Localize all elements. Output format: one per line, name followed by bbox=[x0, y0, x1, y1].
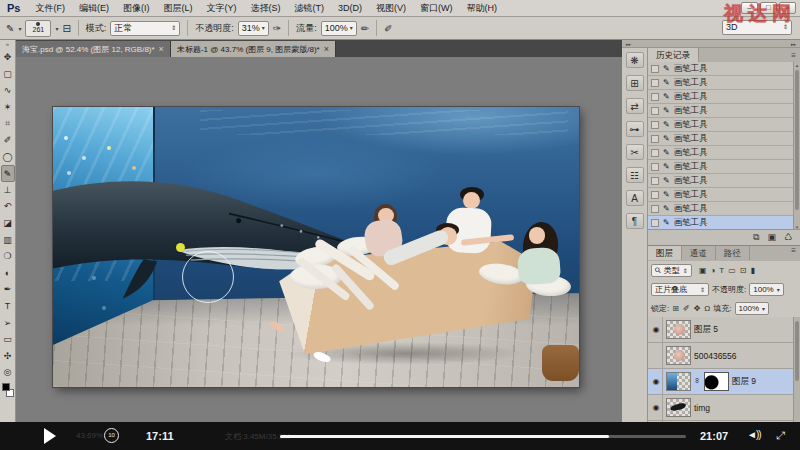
history-source-checkbox[interactable] bbox=[651, 107, 659, 115]
history-source-checkbox[interactable] bbox=[651, 93, 659, 101]
replay-10-button[interactable]: 10 bbox=[104, 428, 119, 443]
collapse-strip-icon[interactable]: ▸▸ bbox=[626, 40, 631, 47]
tab-layers[interactable]: 图层 bbox=[648, 246, 682, 260]
brush-panel-toggle-icon[interactable]: ⊟ bbox=[62, 23, 70, 34]
layers-scrollbar[interactable] bbox=[793, 317, 800, 422]
layer-thumbnail[interactable] bbox=[666, 346, 691, 365]
lock-position-icon[interactable]: ✥ bbox=[694, 304, 701, 313]
healing-brush-tool[interactable]: ◯ bbox=[1, 149, 15, 166]
history-state-row[interactable]: ✎画笔工具 bbox=[648, 202, 793, 216]
eraser-tool[interactable]: ◪ bbox=[1, 215, 15, 232]
history-source-checkbox[interactable] bbox=[651, 177, 659, 185]
menu-item[interactable]: 图层(L) bbox=[156, 0, 199, 16]
airbrush-icon[interactable]: ✏ bbox=[361, 23, 369, 34]
tool-preset-dropdown-icon[interactable]: ▾ bbox=[18, 25, 21, 32]
filter-pixel-layers-icon[interactable]: ▣ bbox=[699, 266, 707, 275]
history-state-row[interactable]: ✎画笔工具 bbox=[648, 118, 793, 132]
volume-icon[interactable]: ◄)) bbox=[747, 429, 761, 440]
filter-toggle-icon[interactable]: ▮ bbox=[750, 266, 754, 275]
new-doc-from-state-icon[interactable]: ⧉ bbox=[753, 232, 759, 245]
layer-opacity-input[interactable]: 100%▾ bbox=[749, 283, 783, 296]
history-source-checkbox[interactable] bbox=[651, 65, 659, 73]
history-state-row[interactable]: ✎画笔工具 bbox=[648, 132, 793, 146]
blur-tool[interactable]: ❍ bbox=[1, 248, 15, 265]
tab-close-icon[interactable]: × bbox=[324, 44, 329, 54]
menu-item[interactable]: 文字(Y) bbox=[199, 0, 243, 16]
type-tool[interactable]: T bbox=[1, 298, 15, 315]
marquee-tool[interactable]: ▢ bbox=[1, 66, 15, 83]
history-state-row[interactable]: ✎画笔工具 bbox=[648, 62, 793, 76]
new-snapshot-icon[interactable]: ▣ bbox=[767, 232, 776, 245]
adjustments-panel-icon[interactable]: ❋ bbox=[626, 52, 644, 68]
layer-row[interactable]: 500436556 bbox=[648, 343, 793, 369]
document-tab[interactable]: 海宝.psd @ 52.4% (图层 12, RGB/8)*× bbox=[16, 41, 171, 57]
tab-channels[interactable]: 通道 bbox=[682, 246, 716, 260]
lock-image-pixels-icon[interactable]: ✐ bbox=[683, 304, 690, 313]
history-source-checkbox[interactable] bbox=[651, 135, 659, 143]
history-source-checkbox[interactable] bbox=[651, 205, 659, 213]
blend-mode-select[interactable]: 正常⇕ bbox=[110, 21, 180, 36]
filter-adjustment-layers-icon[interactable]: ◑ bbox=[710, 266, 715, 275]
clone-stamp-tool[interactable]: ⊥ bbox=[1, 182, 15, 199]
gradient-tool[interactable]: ▥ bbox=[1, 232, 15, 249]
filter-group-layers-icon[interactable]: ▭ bbox=[728, 266, 736, 275]
opacity-input[interactable]: 31%▾ bbox=[238, 21, 269, 36]
layer-thumbnail[interactable] bbox=[666, 398, 691, 417]
character-panel-icon[interactable]: A bbox=[626, 190, 644, 206]
move-tool[interactable]: ✥ bbox=[1, 49, 15, 66]
foreground-color-swatch[interactable] bbox=[2, 383, 10, 391]
histogram-panel-icon[interactable]: ✂ bbox=[626, 144, 644, 160]
flow-input[interactable]: 100%▾ bbox=[321, 21, 357, 36]
history-state-row[interactable]: ✎画笔工具 bbox=[648, 174, 793, 188]
history-state-row[interactable]: ✎画笔工具 bbox=[648, 188, 793, 202]
history-source-checkbox[interactable] bbox=[651, 79, 659, 87]
brush-size-dropdown-icon[interactable]: ▾ bbox=[55, 25, 58, 32]
layer-row[interactable]: ◉图层 5 bbox=[648, 317, 793, 343]
history-source-checkbox[interactable] bbox=[651, 121, 659, 129]
history-source-checkbox[interactable] bbox=[651, 191, 659, 199]
collapse-panels-icon[interactable]: ▸▸ bbox=[791, 40, 796, 47]
menu-item[interactable]: 图像(I) bbox=[116, 0, 157, 16]
menu-item[interactable]: 选择(S) bbox=[243, 0, 287, 16]
pen-tool[interactable]: ✒ bbox=[1, 281, 15, 298]
lasso-tool[interactable]: ∿ bbox=[1, 82, 15, 99]
lock-all-icon[interactable]: Ω bbox=[704, 304, 710, 313]
layer-visibility-toggle[interactable] bbox=[650, 343, 663, 368]
menu-item[interactable]: 滤镜(T) bbox=[287, 0, 331, 16]
menu-item[interactable]: 帮助(H) bbox=[459, 0, 504, 16]
brush-tool[interactable]: ✎ bbox=[1, 165, 15, 182]
history-state-row[interactable]: ✎画笔工具 bbox=[648, 104, 793, 118]
history-state-row[interactable]: ✎画笔工具 bbox=[648, 160, 793, 174]
menu-item[interactable]: 视图(V) bbox=[369, 0, 413, 16]
history-source-checkbox[interactable] bbox=[651, 149, 659, 157]
history-state-row[interactable]: ✎画笔工具 bbox=[648, 76, 793, 90]
layer-visibility-toggle[interactable]: ◉ bbox=[650, 395, 663, 420]
history-brush-tool[interactable]: ↶ bbox=[1, 198, 15, 215]
layer-fill-input[interactable]: 100%▾ bbox=[735, 302, 769, 315]
panel-menu-icon[interactable]: ≡ bbox=[791, 246, 800, 261]
layer-row[interactable]: ◉∞图层 9 bbox=[648, 369, 793, 395]
tab-close-icon[interactable]: × bbox=[159, 44, 164, 54]
layer-visibility-toggle[interactable]: ◉ bbox=[650, 369, 663, 394]
history-state-row[interactable]: ✎画笔工具 bbox=[648, 146, 793, 160]
progress-bar[interactable] bbox=[280, 435, 686, 438]
menu-item[interactable]: 文件(F) bbox=[28, 0, 72, 16]
filter-smart-objects-icon[interactable]: ⊡ bbox=[740, 266, 747, 275]
quick-select-tool[interactable]: ✶ bbox=[1, 99, 15, 116]
filter-type-layers-icon[interactable]: T bbox=[719, 266, 724, 275]
lock-transparent-pixels-icon[interactable]: ⊞ bbox=[672, 304, 679, 313]
history-state-row[interactable]: ✎画笔工具 bbox=[648, 216, 793, 230]
eyedropper-tool[interactable]: ✐ bbox=[1, 132, 15, 149]
paragraph-panel-icon[interactable]: ¶ bbox=[626, 213, 644, 229]
layer-blend-mode-select[interactable]: 正片叠底⇕ bbox=[651, 283, 709, 296]
delete-state-icon[interactable]: ♺ bbox=[784, 232, 792, 245]
swatches-panel-icon[interactable]: ⊞ bbox=[626, 75, 644, 91]
layer-filter-select[interactable]: ⚲类型⇕ bbox=[651, 264, 692, 277]
tab-history[interactable]: 历史记录 bbox=[648, 48, 699, 62]
history-state-row[interactable]: ✎画笔工具 bbox=[648, 90, 793, 104]
toolbar-collapse-icon[interactable]: » bbox=[6, 40, 9, 49]
layer-thumbnail[interactable] bbox=[666, 320, 691, 339]
path-select-tool[interactable]: ➢ bbox=[1, 315, 15, 332]
history-scrollbar[interactable]: ▴▾ bbox=[793, 62, 800, 230]
fullscreen-icon[interactable]: ⤢ bbox=[776, 429, 785, 442]
